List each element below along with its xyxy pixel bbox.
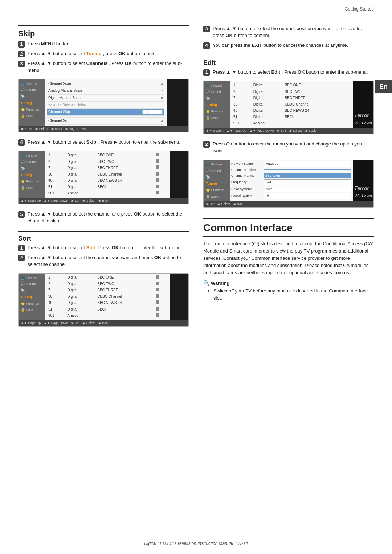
channel-table-sort: 1DigitalBBC ONE 2DigitalBBC TWO 7Digital… <box>47 275 168 319</box>
screen-sidebar-edit: 📺 Picture 🔊 Sound 📡 Tuning ⭐ Function 🔒 … <box>204 81 230 128</box>
table-row: 1DigitalBBC ONE <box>47 275 168 281</box>
edit-steps: 1 Press ▲ ▼ button to select Edit . Pres… <box>203 69 374 211</box>
table-row: 51DigitalBBCi <box>232 114 351 120</box>
edit-title: Edit <box>203 59 374 67</box>
skip-step-4: 4 Press ▲ ▼ button to select Skip . Pres… <box>18 139 189 146</box>
screen-bg-edit-right: TerrorVS. Lawn <box>353 81 373 128</box>
common-interface-section: Common Interface The common interface (C… <box>203 218 374 302</box>
screen-bg-right <box>170 151 188 198</box>
skip-section: Skip 1 Press MENU button. 2 Press ▲ ▼ bu… <box>18 25 189 225</box>
edit-step-1: 1 Press ▲ ▼ button to select Edit . Pres… <box>203 69 374 76</box>
table-row: 7DigitalBBC THREE <box>47 165 168 172</box>
right-step-4: 4 You can press the EXIT button to cance… <box>203 42 374 49</box>
right-top-step-list: 3 Press ▲ ▼ button to select the number … <box>203 25 374 49</box>
warning-section: 🔍 Warning Switch off your TV before any … <box>203 280 374 301</box>
table-row: 40DigitalBBC NEWS 24 <box>47 300 168 307</box>
warning-list: Switch off your TV before any module is … <box>203 287 374 301</box>
table-row: 1DigitalBBC ONE <box>47 152 168 159</box>
common-interface-title: Common Interface <box>203 222 374 237</box>
table-row: 7DigitalBBC THREE <box>232 95 351 102</box>
screen-content-skip-table: 1DigitalBBC ONE 2DigitalBBC TWO 7Digital… <box>45 151 170 198</box>
screen-content-sort-table: 1DigitalBBC ONE 2DigitalBBC TWO 7Digital… <box>45 274 170 320</box>
channel-table-skip: 1DigitalBBC ONE 2DigitalBBC TWO 7Digital… <box>47 152 168 197</box>
table-row: 901Analog <box>47 313 168 319</box>
skip-step-1: 1 Press MENU button. <box>18 41 189 48</box>
edit-section: Edit 1 Press ▲ ▼ button to select Edit .… <box>203 56 374 211</box>
sort-title: Sort <box>18 235 189 242</box>
page: Getting Started En Skip 1 Press MENU but… <box>0 0 392 554</box>
warning-icon: 🔍 <box>203 280 209 286</box>
common-interface-body: The common interface (CI) slot is design… <box>203 240 374 277</box>
page-footer: Digital LED LCD Television Instruction M… <box>0 538 392 546</box>
table-row: 2DigitalBBC TWO <box>47 281 168 287</box>
sort-step-2-screen: 📺 Picture 🔊 Sound 📡 Tuning ⭐ Function 🔒 … <box>18 271 189 331</box>
skip-steps: 1 Press MENU button. 2 Press ▲ ▼ button … <box>18 41 189 225</box>
table-row: 30DigitalCBBC Channel <box>47 171 168 178</box>
screen-bg-image <box>167 79 188 126</box>
screen-footer: ◉ Enter◉ Select◉ Back◉ Page Down <box>19 126 188 132</box>
sort-section: Sort 1 Press ▲ ▼ button to select Sort. … <box>18 231 189 330</box>
table-row: 1DigitalBBC ONE <box>232 82 351 89</box>
channel-table-edit: 1DigitalBBC ONE 2DigitalBBC TWO 7Digital… <box>232 82 351 127</box>
screen-content-scan: Channel Scan » Analog Manual Scan » Digi… <box>45 79 167 126</box>
table-row: 51DigitalBBCi <box>47 306 168 313</box>
skip-step-2: 2 Press ▲ ▼ button to select Tuning , pr… <box>18 50 189 57</box>
table-row: 51DigitalBBCi <box>47 184 168 190</box>
screen-bg-edit2-right: TerrorVS. Lawn <box>353 160 373 201</box>
top-right-label: Getting Started <box>344 7 374 12</box>
table-row: 30DigitalCBBC Channel <box>47 294 168 300</box>
screen-content-edit-fields: Network Name: Rawslge Channel Number: Ch… <box>230 160 353 201</box>
screen-content-edit-table: 1DigitalBBC ONE 2DigitalBBC TWO 7Digital… <box>230 81 353 128</box>
table-row: 30DigitalCBBC Channel <box>232 101 351 108</box>
skip-step-3-screen: 📺 Picture 🔊 Sound 📡 Tuning ⭐ Function 🔒 … <box>18 77 189 136</box>
list-item: Switch off your TV before any module is … <box>213 287 374 301</box>
edit-step-1-screen: 📺 Picture 🔊 Sound 📡 Tuning ⭐ Function 🔒 … <box>203 79 374 138</box>
screen-footer-edit2: ◉ Set◉ Select◉ Back <box>204 201 373 207</box>
table-row: 2DigitalBBC TWO <box>47 159 168 165</box>
table-row: 2DigitalBBC TWO <box>232 89 351 95</box>
en-tab: En <box>375 80 392 93</box>
table-row: 7DigitalBBC THREE <box>47 287 168 294</box>
right-column: 3 Press ▲ ▼ button to select the number … <box>203 25 374 337</box>
screen-sidebar: 📺 Picture 🔊 Sound 📡 Tuning ⭐ Function 🔒 … <box>19 79 45 126</box>
right-top-steps: 3 Press ▲ ▼ button to select the number … <box>203 25 374 49</box>
table-row: 901Analog <box>47 190 168 197</box>
skip-step-3: 3 Press ▲ ▼ button to select Channels . … <box>18 60 189 74</box>
left-column: Skip 1 Press MENU button. 2 Press ▲ ▼ bu… <box>18 25 189 337</box>
screen-footer-skip: ▲▼ Page Up▲▼ Page Down◉ Set◉ Select◉ Bac… <box>19 198 188 204</box>
screen-footer-sort: ▲▼ Page Up▲▼ Page Down◉ Set◉ Select◉ Bac… <box>19 320 188 326</box>
sort-steps: 1 Press ▲ ▼ button to select Sort. Press… <box>18 245 189 330</box>
edit-step-2: 2 Press Ok button to enter the menu you … <box>203 141 374 155</box>
sort-step-2: 2 Press ▲ ▼ button to select the channel… <box>18 254 189 268</box>
edit-step-2-screen: 📺 Picture 🔊 Sound 📡 Tuning ⭐ Function 🔒 … <box>203 157 374 211</box>
screen-sidebar-edit2: 📺 Picture 🔊 Sound 📡 Tuning ⭐ Function 🔒 … <box>204 160 230 201</box>
skip-step-4-screen: 📺 Picture 🔊 Sound 📡 Tuning ⭐ Function 🔒 … <box>18 149 189 208</box>
table-row: 40DigitalBBC NEWS 24 <box>47 178 168 184</box>
screen-sidebar-sort: 📺 Picture 🔊 Sound 📡 Tuning ⭐ Function 🔒 … <box>19 274 45 320</box>
sort-step-1: 1 Press ▲ ▼ button to select Sort. Press… <box>18 245 189 251</box>
warning-title: 🔍 Warning <box>203 280 374 286</box>
screen-bg-right-sort <box>170 274 188 320</box>
screen-footer-edit1: ▲▼ Search▲▼ Page Up▲▼ Page Down◉ Edit◉ S… <box>204 128 373 134</box>
skip-title: Skip <box>18 29 189 38</box>
skip-step-5: 5 Press ▲ ▼ button to select the channel… <box>18 211 189 225</box>
screen-sidebar-skip: 📺 Picture 🔊 Sound 📡 Tuning ⭐ Function 🔒 … <box>19 151 45 198</box>
table-row: 40DigitalBBC NEWS 24 <box>232 108 351 114</box>
right-step-3: 3 Press ▲ ▼ button to select the number … <box>203 25 374 39</box>
table-row: 901Analog <box>232 120 351 127</box>
